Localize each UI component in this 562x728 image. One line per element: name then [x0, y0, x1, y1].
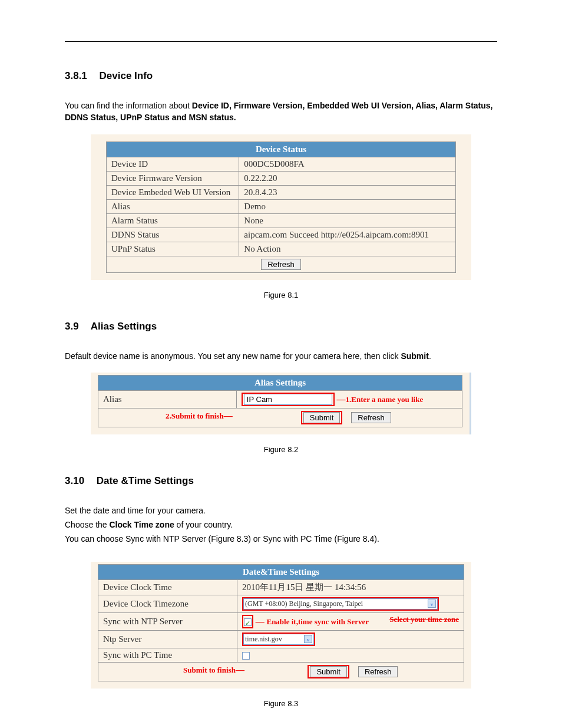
table-row: Sync with PC Time	[98, 648, 464, 662]
annot-select-tz: Select your time zone	[389, 615, 459, 624]
table-header: Date&Time Settings	[98, 564, 464, 579]
table-row: Alarm StatusNone	[107, 213, 456, 228]
p1: Set the date and time for your camera.	[65, 505, 497, 516]
intro-device-info: You can find the information about Devic…	[65, 100, 497, 124]
figure-8-3: Date&Time Settings Device Clock Time 201…	[91, 562, 471, 689]
ntp-server-highlight: time.nist.gov v	[242, 633, 315, 646]
section-title: Date &Time Settings	[97, 475, 194, 486]
refresh-button[interactable]: Refresh	[358, 666, 398, 677]
table-row: Device Embeded Web UI Version20.8.4.23	[107, 185, 456, 199]
top-rule	[65, 41, 497, 42]
table-row: Device Clock Timezone (GMT +08:00) Beiji…	[98, 595, 464, 612]
intro-alias: Default device name is anonymous. You se…	[65, 350, 497, 362]
table-row: Device Firmware Version0.22.2.20	[107, 171, 456, 185]
section-number: 3.10	[65, 475, 84, 486]
table-header: Alias Settings	[98, 375, 462, 390]
table-row: AliasDemo	[107, 199, 456, 213]
figure-caption: Figure 8.1	[65, 291, 497, 299]
p2: Choose the Clock Time zone of your count…	[65, 519, 497, 531]
annot-enable: Enable it,time sync with Server	[266, 617, 369, 626]
chevron-down-icon: v	[304, 635, 312, 643]
submit-button[interactable]: Submit	[303, 412, 340, 423]
sync-ntp-checkbox[interactable]	[244, 618, 252, 626]
figure-8-2: Alias Settings Alias —1.Enter a name you…	[91, 373, 471, 434]
section-title: Device Info	[100, 70, 153, 81]
section-number: 3.9	[65, 321, 79, 332]
refresh-button[interactable]: Refresh	[261, 259, 301, 270]
datetime-settings-table: Date&Time Settings Device Clock Time 201…	[98, 564, 464, 681]
table-row: Ntp Server time.nist.gov v	[98, 630, 464, 648]
annot-1: 1.Enter a name you like	[346, 395, 424, 404]
table-row: Device Clock Time 2010年11月15日 星期一 14:34:…	[98, 579, 464, 595]
device-status-table: Device Status Device ID000DC5D008FA Devi…	[106, 141, 456, 273]
heading-alias-settings: 3.9 Alias Settings	[65, 321, 497, 332]
table-row: Device ID000DC5D008FA	[107, 157, 456, 171]
submit-button[interactable]: Submit	[310, 666, 346, 677]
alias-input-highlight	[242, 393, 335, 406]
annot-submit: Submit to finish	[183, 666, 236, 674]
submit-highlight: Submit	[301, 411, 342, 424]
p3: You can choose Sync with NTP Server (Fig…	[65, 533, 497, 545]
figure-caption: Figure 8.2	[65, 445, 497, 454]
figure-8-1: Device Status Device ID000DC5D008FA Devi…	[91, 134, 471, 280]
table-row: Sync with NTP Server — Enable it,time sy…	[98, 612, 464, 630]
table-row: Alias —1.Enter a name you like	[98, 390, 462, 408]
alias-input[interactable]	[244, 394, 332, 405]
table-row: UPnP StatusNo Action	[107, 242, 456, 256]
section-number: 3.8.1	[65, 70, 87, 81]
figure-caption: Figure 8.3	[65, 699, 497, 708]
timezone-select[interactable]: (GMT +08:00) Beijing, Singapore, Taipei …	[243, 598, 438, 610]
section-title: Alias Settings	[91, 321, 157, 332]
sync-pc-checkbox[interactable]	[242, 652, 250, 660]
refresh-button[interactable]: Refresh	[351, 412, 391, 423]
ntp-server-select[interactable]: time.nist.gov v	[243, 634, 314, 645]
timezone-highlight: (GMT +08:00) Beijing, Singapore, Taipei …	[242, 597, 439, 611]
ntp-check-highlight	[242, 615, 253, 628]
heading-datetime-settings: 3.10 Date &Time Settings	[65, 475, 497, 487]
table-row: DDNS Statusaipcam.com Succeed http://e02…	[107, 228, 456, 242]
chevron-down-icon: v	[428, 599, 436, 608]
heading-device-info: 3.8.1 Device Info	[65, 70, 497, 82]
submit-highlight: Submit	[308, 665, 349, 678]
annot-2: 2.Submit to finish	[166, 411, 224, 420]
table-header: Device Status	[107, 141, 456, 157]
alias-settings-table: Alias Settings Alias —1.Enter a name you…	[98, 375, 462, 427]
